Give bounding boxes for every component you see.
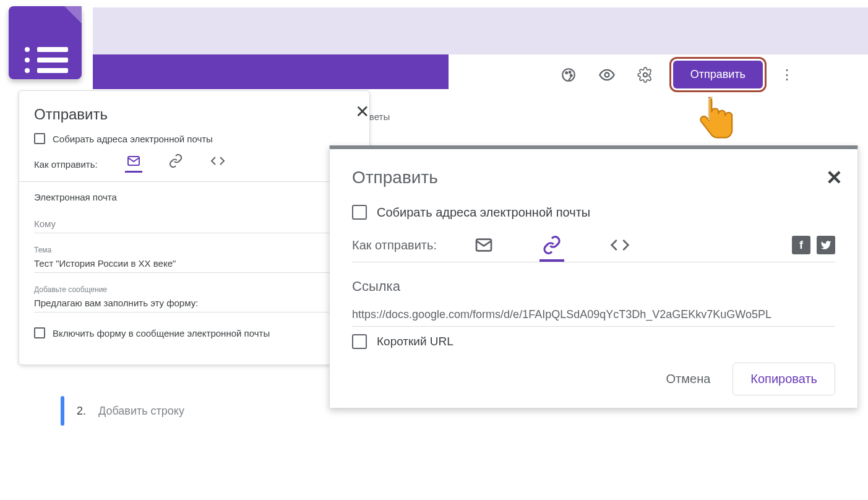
embed-icon[interactable] [608,237,632,262]
cursor-click-icon [695,93,744,155]
gear-icon[interactable] [635,64,656,85]
svg-point-2 [569,71,570,73]
collect-emails-label: Собирать адреса электронной почты [377,205,590,220]
close-icon[interactable]: ✕ [826,168,843,188]
to-field[interactable] [34,216,355,233]
send-button[interactable]: Отправить [673,61,763,88]
cancel-button[interactable]: Отмена [654,364,723,394]
form-header-bar [93,54,449,89]
header-lavender-band [93,7,868,54]
svg-point-1 [565,72,567,74]
message-field[interactable] [34,295,355,312]
send-via-label: Как отправить: [34,159,98,170]
step-text: Добавить строку [98,405,184,418]
link-icon[interactable] [167,155,184,173]
step-marker [61,396,64,426]
facebook-icon[interactable]: f [792,236,810,254]
send-via-label: Как отправить: [352,238,437,252]
twitter-icon[interactable] [817,236,835,254]
email-icon[interactable] [471,237,496,262]
dialog-title: Отправить [19,106,369,133]
message-label: Добавьте сообщение [34,285,355,294]
link-icon[interactable] [539,237,564,262]
include-form-checkbox[interactable] [34,327,45,338]
include-form-label: Включить форму в сообщение электронной п… [53,328,270,338]
step-number: 2. [77,405,86,418]
svg-point-3 [570,74,572,76]
palette-icon[interactable] [558,64,579,85]
dialog-title: Отправить [352,168,835,188]
svg-point-4 [604,72,609,77]
email-icon[interactable] [125,155,142,173]
subject-field[interactable] [34,256,355,273]
collect-emails-label: Собирать адреса электронной почты [53,134,213,144]
short-url-checkbox[interactable] [352,334,367,349]
send-dialog-email: Отправить ✕ Собирать адреса электронной … [19,90,370,365]
link-section-title: Ссылка [352,278,835,295]
close-icon[interactable]: ✕ [353,101,372,123]
eye-icon[interactable] [596,64,617,85]
google-forms-icon [9,6,82,79]
collect-emails-checkbox[interactable] [352,205,367,220]
instruction-step: 2. Добавить строку [61,396,184,426]
short-url-label: Короткий URL [377,335,453,348]
link-url-value[interactable]: https://docs.google.com/forms/d/e/1FAIpQ… [352,308,835,327]
top-toolbar: Отправить ⋮ [558,61,794,88]
more-vertical-icon[interactable]: ⋮ [780,67,794,83]
copy-button[interactable]: Копировать [733,363,835,395]
email-section-title: Электронная почта [19,192,369,216]
embed-icon[interactable] [209,155,226,173]
collect-emails-checkbox[interactable] [34,133,45,144]
send-dialog-link: Отправить ✕ Собирать адреса электронной … [329,145,858,408]
svg-point-5 [643,72,647,77]
subject-label: Тема [34,246,355,254]
